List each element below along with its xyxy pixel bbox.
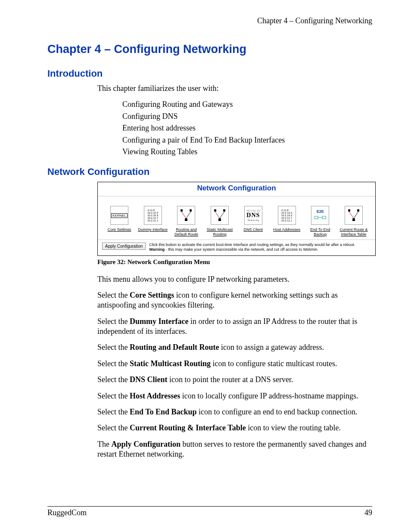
running-header: Chapter 4 – Configuring Networking [47,16,372,25]
apply-description: Click this button to activate the curren… [149,243,371,252]
svg-line-4 [186,212,191,218]
end-to-end-backup-link[interactable]: E2E End To End Backup [304,206,336,237]
kernel-label: KERNEL [111,213,128,218]
ip-list-icon: 2.11.8 10.2.12.4 10.2.10.3 10.2.11.7 10.… [278,206,296,225]
svg-line-9 [220,212,224,218]
route-table-icon [345,206,363,225]
body-para: Select the DNS Client icon to point the … [97,375,372,385]
host-addresses-label: Host Addresses [273,227,300,232]
section-network-configuration-heading: Network Configuration [47,166,372,177]
core-settings-label: Core Settings [108,227,131,232]
crit-label: Current Route & Interface Table [337,227,370,237]
body-para: Select the Current Routing & Interface T… [97,423,372,433]
dummy-interface-label: Dummy Interface [138,227,168,232]
section-introduction-heading: Introduction [47,68,372,79]
e2e-text: E2E [317,209,324,214]
static-multicast-routing-link[interactable]: Static Multicast Routing [203,206,236,237]
e2e-icon: E2E [311,206,329,225]
svg-rect-0 [181,209,183,212]
multicast-icon [211,206,229,225]
dns-client-label: DNS Client [244,227,263,232]
smr-label: Static Multicast Routing [203,227,236,237]
intro-list-item: Viewing Routing Tables [122,147,372,157]
svg-line-16 [349,212,354,218]
body-para: Select the Routing and Default Route ico… [97,342,372,352]
svg-rect-6 [223,209,225,212]
svg-rect-1 [190,209,192,212]
intro-list-item: Configuring a pair of End To End Backup … [122,135,372,145]
intro-list: Configuring Routing and Gateways Configu… [122,100,372,157]
intro-list-item: Entering host addresses [122,123,372,133]
current-route-table-link[interactable]: Current Route & Interface Table [337,206,370,237]
body-para: This menu allows you to configure IP net… [97,274,372,284]
body-para: Select the Static Multicast Routing icon… [97,359,372,369]
dns-text: DNS [246,212,260,219]
body-para: Select the Host Addresses icon to locall… [97,391,372,401]
body-para: Select the End To End Backup icon to con… [97,407,372,417]
svg-line-3 [181,212,186,218]
svg-rect-15 [352,218,355,221]
apply-configuration-button[interactable]: Apply Configuration [102,243,146,250]
dummy-interface-link[interactable]: 2.11.8 10.2.12.4 10.2.10.3 10.2.11.7 10.… [137,206,169,237]
routing-default-route-link[interactable]: Routing and Default Route [170,206,202,237]
svg-line-17 [354,212,358,218]
svg-rect-10 [314,216,318,219]
figure-caption: Figure 32: Network Configuration Menu [97,258,372,266]
body-para: The Apply Configuration button serves to… [97,439,372,460]
dns-sub: ftp.linux.org [248,219,259,221]
apply-text-pre: Click this button to activate the curren… [149,243,355,247]
svg-rect-5 [214,209,216,212]
ip-list-icon: 2.11.8 10.2.12.4 10.2.10.3 10.2.11.7 10.… [144,206,162,225]
apply-text-post: - this may make your system inaccessible… [165,247,318,252]
ip-line: 10.2.11.1 [147,219,158,222]
body-paragraphs: This menu allows you to configure IP net… [97,274,372,460]
kernel-icon: KERNEL [110,206,128,225]
svg-line-8 [215,212,220,218]
footer-left: RuggedCom [47,508,87,517]
body-para: Select the Dummy Interface in order to t… [97,317,372,337]
svg-rect-11 [322,216,326,219]
dns-icon: 192.9.161.100 DNS ftp.linux.org [244,206,262,225]
body-para: Select the Core Settings icon to configu… [97,290,372,311]
intro-lead: This chapter familiarizes the user with: [97,84,372,93]
routing-label: Routing and Default Route [170,227,202,237]
intro-list-item: Configuring Routing and Gateways [122,100,372,109]
network-config-screenshot: Network Configuration KERNEL Core Settin… [97,182,376,255]
svg-rect-14 [357,209,359,212]
page-number: 49 [364,508,372,517]
host-addresses-link[interactable]: 2.11.8 10.2.12.4 10.2.10.3 10.2.11.7 10.… [271,206,303,237]
ip-line: 10.2.11.1 [281,219,292,222]
page-footer: RuggedCom 49 [47,506,372,517]
dns-client-link[interactable]: 192.9.161.100 DNS ftp.linux.org DNS Clie… [237,206,270,237]
routing-icon [177,206,195,225]
icon-row: KERNEL Core Settings 2.11.8 10.2.12.4 10… [98,196,375,240]
chapter-title: Chapter 4 – Configuring Networking [47,43,372,56]
svg-rect-2 [185,218,187,221]
apply-text-warning: Warning [149,247,165,252]
e2e-label: End To End Backup [304,227,336,237]
core-settings-link[interactable]: KERNEL Core Settings [103,206,136,237]
svg-rect-7 [218,218,221,221]
apply-row: Apply Configuration Click this button to… [98,240,375,255]
svg-rect-13 [348,209,350,212]
panel-title: Network Configuration [98,182,375,196]
intro-list-item: Configuring DNS [122,112,372,121]
